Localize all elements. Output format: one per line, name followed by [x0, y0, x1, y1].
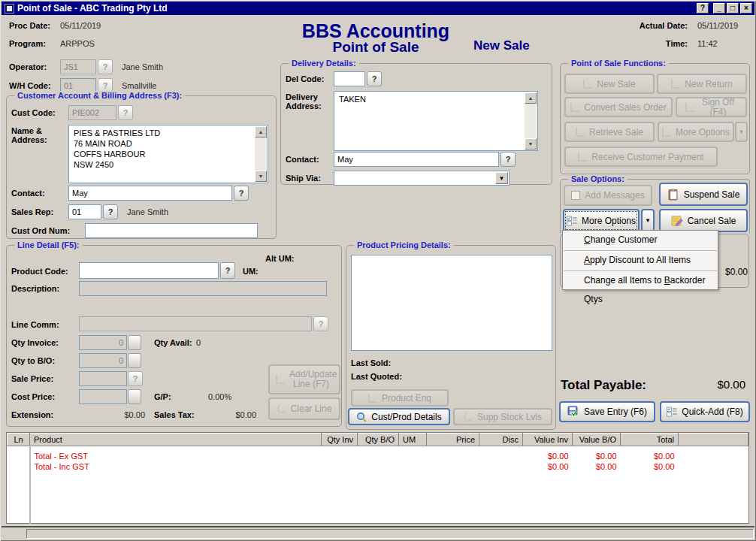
product-code-label: Product Code:	[11, 267, 68, 276]
more-options-disabled-arrow: ▼	[735, 122, 748, 142]
total-ex-gst-label: Total - Ex GST	[30, 446, 322, 461]
retrieve-sale-button: Retrieve Sale	[564, 122, 655, 142]
ship-via-label: Ship Via:	[286, 174, 321, 183]
delivery-address-scrollbar[interactable]	[525, 92, 537, 150]
col-qty-bo: Qty B/O	[358, 434, 399, 446]
del-code-field[interactable]	[334, 71, 365, 86]
scroll-up-icon[interactable]	[255, 126, 267, 138]
delivery-group: Delivery Details: Del Code: ? Delivery A…	[280, 63, 552, 185]
minimize-button[interactable]: _	[713, 3, 725, 14]
total-payable-value: $0.00	[676, 378, 745, 391]
col-total: Total	[621, 434, 679, 446]
chevron-down-icon[interactable]	[495, 172, 508, 184]
sales-rep-name: Jane Smith	[127, 207, 168, 216]
retrieve-sale-icon	[576, 128, 585, 137]
sales-rep-lookup-button[interactable]: ?	[103, 204, 118, 219]
line-comm-lookup-button: ?	[313, 316, 328, 331]
product-enq-icon	[368, 394, 377, 403]
cust-code-field	[68, 105, 116, 120]
window-title: Point of Sale - ABC Trading Pty Ltd	[17, 3, 168, 14]
sale-price-lookup-button: ?	[128, 371, 143, 386]
delivery-contact-field[interactable]	[334, 152, 499, 167]
name-address-text: PIES & PASTRIES LTD 76 MAIN ROAD COFFS H…	[74, 128, 253, 181]
proc-date-value: 05/11/2019	[60, 21, 101, 30]
sales-rep-label: Sales Rep:	[11, 207, 53, 216]
menu-item-change-backorder[interactable]: Change all Items to Backorder Qtys	[564, 271, 717, 290]
delivery-address-box[interactable]: TAKEN	[334, 91, 538, 151]
time-value: 11:42	[697, 39, 718, 48]
new-return-icon	[671, 80, 680, 89]
sales-rep-field[interactable]	[68, 204, 101, 219]
description-label: Description:	[11, 284, 59, 293]
product-code-field[interactable]	[79, 262, 219, 279]
line-detail-group: Line Detail (F5): Alt UM: Product Code: …	[6, 245, 342, 427]
menu-item-apply-discount[interactable]: Apply Discount to All Items	[564, 251, 717, 270]
product-enq-button: Product Enq	[351, 389, 449, 407]
close-button[interactable]: ×	[740, 3, 752, 14]
add-messages-icon	[571, 191, 580, 200]
col-um: UM	[399, 434, 427, 446]
clear-line-icon	[277, 404, 286, 413]
del-code-lookup-button[interactable]: ?	[367, 71, 382, 86]
product-code-lookup-button[interactable]: ?	[220, 262, 235, 279]
save-entry-button[interactable]: Save Entry (F6)	[559, 401, 655, 422]
last-quoted-label: Last Quoted:	[351, 372, 402, 381]
billing-contact-field[interactable]	[68, 186, 232, 201]
name-address-box[interactable]: PIES & PASTRIES LTD 76 MAIN ROAD COFFS H…	[68, 125, 268, 183]
line-comm-field	[79, 316, 312, 331]
more-options-button[interactable]: More Options	[563, 209, 640, 232]
pos-window: Point of Sale - ABC Trading Pty Ltd ? _ …	[0, 0, 756, 541]
actual-date-label: Actual Date:	[601, 21, 688, 30]
title-bar: Point of Sale - ABC Trading Pty Ltd ? _ …	[2, 2, 754, 15]
line-comm-label: Line Comm:	[11, 320, 59, 329]
qty-invoice-label: Qty Invoice:	[11, 338, 59, 347]
table-row: Total - Ex GST $0.00 $0.00 $0.00	[8, 446, 748, 461]
status-bar	[2, 526, 754, 539]
ship-via-combo[interactable]	[334, 171, 510, 186]
cust-prod-details-button[interactable]: Cust/Prod Details	[348, 408, 450, 425]
suspend-sale-button[interactable]: Suspend Sale	[659, 183, 748, 206]
name-address-scrollbar[interactable]	[255, 126, 267, 182]
new-sale-icon	[583, 80, 592, 89]
help-button[interactable]: ?	[697, 3, 709, 14]
delivery-group-title: Delivery Details:	[289, 59, 359, 68]
sale-price-label: Sale Price:	[11, 374, 53, 383]
cost-price-spinner	[128, 389, 141, 404]
menu-item-change-customer[interactable]: Change Customer	[564, 231, 717, 249]
ex-gst-value-inv: $0.00	[523, 446, 573, 461]
magnifier-icon	[356, 412, 367, 422]
scroll-down-icon[interactable]	[525, 138, 537, 150]
supp-stock-lvls-button: Supp Stock Lvls	[453, 408, 552, 425]
product-pricing-box	[351, 255, 552, 351]
cancel-note-icon	[671, 215, 683, 227]
description-field	[79, 281, 327, 296]
product-pricing-group: Product Pricing Details: Last Sold: Last…	[346, 245, 556, 430]
billing-contact-lookup-button[interactable]: ?	[234, 186, 249, 201]
quick-add-button[interactable]: Quick-Add (F8)	[660, 401, 750, 422]
qty-bo-field	[79, 353, 127, 368]
more-options-arrow-button[interactable]: ▼	[641, 209, 655, 232]
more-options-menu: Change Customer Apply Discount to All It…	[562, 230, 718, 290]
ex-gst-total: $0.00	[621, 446, 679, 461]
delivery-contact-lookup-button[interactable]: ?	[500, 152, 516, 167]
more-options-icon	[567, 216, 577, 226]
cust-ord-num-label: Cust Ord Num:	[11, 226, 70, 235]
pos-functions-group: Point of Sale Functions: New Sale New Re…	[560, 63, 750, 174]
cust-ord-num-field[interactable]	[85, 223, 258, 238]
scroll-up-icon[interactable]	[525, 92, 537, 104]
col-value-bo: Value B/O	[573, 434, 621, 446]
add-update-line-button: Add/Update Line (F7)	[268, 364, 340, 394]
sale-price-field	[79, 371, 127, 386]
maximize-button[interactable]: □	[727, 3, 739, 14]
inc-gst-value-inv: $0.00	[523, 461, 573, 473]
col-product: Product	[30, 434, 322, 446]
inc-gst-value-bo: $0.00	[573, 461, 621, 473]
quick-add-icon	[667, 407, 677, 417]
qty-avail-value: 0	[196, 338, 201, 347]
sale-mode-label: New Sale	[473, 38, 530, 53]
alt-um-label: Alt UM:	[265, 254, 295, 263]
scroll-down-icon[interactable]	[255, 171, 267, 182]
table-row: Total - Inc GST $0.00 $0.00 $0.00	[8, 461, 748, 473]
cancel-sale-button[interactable]: Cancel Sale	[659, 209, 748, 232]
more-options-icon	[662, 128, 671, 137]
